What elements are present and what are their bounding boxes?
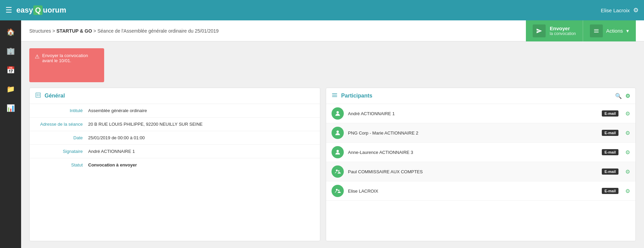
actions-arrow: ▾ — [626, 28, 629, 34]
svg-point-6 — [337, 130, 339, 133]
top-navbar: ☰ easy Q uorum Elise Lacroix ⚙ — [0, 0, 644, 20]
general-card: Général Intitulé Assemblée générale ordi… — [29, 88, 320, 241]
participants-card: Participants 🔍 ⚙ André ACTIONNAIRE 1 — [326, 88, 636, 241]
logo-rest: uorum — [43, 6, 66, 15]
participants-list-icon — [332, 92, 338, 100]
nav-left: ☰ easy Q uorum — [5, 5, 66, 15]
value-statut: Convocation à envoyer — [88, 162, 315, 167]
user-name: Elise Lacroix — [601, 7, 630, 13]
value-intitule: Assemblée générale ordinaire — [88, 108, 315, 113]
participant-avatar-4 — [332, 185, 344, 197]
svg-point-5 — [337, 111, 339, 113]
sidebar-item-chart[interactable]: 📊 — [0, 99, 21, 117]
content-area: Structures > STARTUP & GO > Séance de l'… — [21, 20, 644, 248]
participant-badge-2: E-mail — [602, 149, 618, 155]
svg-rect-2 — [39, 94, 39, 94]
participant-badge-4: E-mail — [602, 188, 618, 194]
sidebar-item-calendar[interactable]: 📅 — [0, 61, 21, 79]
participant-name-4: Elise LACROIX — [348, 189, 598, 194]
participant-row-3: Paul COMMISSAIRE AUX COMPTES E-mail ⚙ — [326, 162, 635, 181]
warning-icon: ⚠ — [35, 53, 39, 60]
participant-row-1: PNG Corp - Marie ACTIONNAIRE 2 E-mail ⚙ — [326, 123, 635, 143]
participant-name-2: Anne-Laurence ACTIONNAIRE 3 — [348, 150, 598, 155]
participant-avatar-3 — [332, 165, 344, 178]
participant-name-0: André ACTIONNAIRE 1 — [348, 111, 598, 116]
general-card-header: Général — [30, 88, 320, 104]
breadcrumb-sep1: > — [52, 28, 57, 34]
svg-rect-3 — [37, 95, 37, 96]
general-row-adresse: Adresse de la séance 20 B RUE LOUIS PHIL… — [30, 118, 320, 131]
svg-point-10 — [336, 189, 338, 191]
general-title: Général — [45, 93, 65, 99]
value-signataire: André ACTIONNAIRE 1 — [88, 149, 315, 154]
general-table: Intitulé Assemblée générale ordinaire Ad… — [30, 104, 320, 172]
participant-badge-3: E-mail — [602, 169, 618, 175]
participant-gear-1[interactable]: ⚙ — [625, 130, 630, 136]
svg-point-11 — [338, 190, 340, 191]
participants-settings-icon[interactable]: ⚙ — [625, 93, 630, 99]
page-content: ⚠ Envoyer la convocation avant le 10/01. — [21, 41, 644, 248]
nav-right: Elise Lacroix ⚙ — [601, 6, 639, 14]
general-row-signataire: Signataire André ACTIONNAIRE 1 — [30, 145, 320, 158]
actions-button[interactable]: Actions ▾ — [583, 20, 636, 41]
participant-name-1: PNG Corp - Marie ACTIONNAIRE 2 — [348, 130, 598, 136]
alert-text: Envoyer la convocation avant le 10/01. — [42, 53, 99, 63]
breadcrumb-sep2: > — [93, 28, 97, 34]
two-col-layout: Général Intitulé Assemblée générale ordi… — [29, 88, 636, 241]
participants-search-icon[interactable]: 🔍 — [615, 93, 622, 99]
envoyer-text: Envoyer la convocation — [550, 25, 576, 36]
sidebar-item-building[interactable]: 🏢 — [0, 42, 21, 60]
participants-card-header: Participants 🔍 ⚙ — [326, 88, 635, 104]
participants-header-right: 🔍 ⚙ — [615, 93, 630, 99]
general-row-intitule: Intitulé Assemblée générale ordinaire — [30, 104, 320, 118]
participant-gear-4[interactable]: ⚙ — [625, 188, 630, 194]
label-date: Date — [35, 135, 83, 140]
participant-gear-3[interactable]: ⚙ — [625, 169, 630, 175]
svg-rect-4 — [39, 95, 39, 96]
list-icon — [590, 24, 603, 37]
envoyer-button[interactable]: Envoyer la convocation — [526, 20, 583, 41]
participant-badge-0: E-mail — [602, 110, 618, 117]
hamburger-icon[interactable]: ☰ — [5, 6, 12, 15]
participant-name-3: Paul COMMISSAIRE AUX COMPTES — [348, 169, 598, 174]
svg-point-9 — [338, 170, 340, 172]
sidebar: 🏠 🏢 📅 📁 📊 — [0, 20, 21, 248]
breadcrumb-seance: Séance de l'Assemblée générale ordinaire… — [97, 28, 219, 34]
breadcrumb-structures[interactable]: Structures — [29, 28, 51, 34]
label-signataire: Signataire — [35, 149, 83, 154]
participant-row-2: Anne-Laurence ACTIONNAIRE 3 E-mail ⚙ — [326, 143, 635, 162]
participant-avatar-2 — [332, 146, 344, 158]
svg-rect-1 — [37, 94, 37, 94]
participant-badge-1: E-mail — [602, 130, 618, 136]
breadcrumb: Structures > STARTUP & GO > Séance de l'… — [29, 28, 219, 34]
general-row-date: Date 25/01/2019 de 00:00 à 01:00 — [30, 131, 320, 145]
value-adresse: 20 B RUE LOUIS PHILIPPE, 92200 NEUILLY S… — [88, 122, 315, 127]
svg-point-8 — [336, 170, 338, 171]
participant-gear-0[interactable]: ⚙ — [625, 110, 630, 117]
label-statut: Statut — [35, 162, 83, 167]
main-layout: 🏠 🏢 📅 📁 📊 Structures > STARTUP & GO > Sé… — [0, 20, 644, 248]
participant-gear-2[interactable]: ⚙ — [625, 149, 630, 156]
settings-icon[interactable]: ⚙ — [633, 6, 639, 14]
participant-row-4: Elise LACROIX E-mail ⚙ — [326, 181, 635, 201]
participants-title: Participants — [341, 93, 372, 99]
envoyer-sub: la convocation — [550, 31, 576, 36]
breadcrumb-bar: Structures > STARTUP & GO > Séance de l'… — [21, 20, 644, 41]
envoyer-label: Envoyer — [550, 25, 576, 31]
breadcrumb-actions: Envoyer la convocation Actions ▾ — [526, 20, 636, 41]
breadcrumb-startup[interactable]: STARTUP & GO — [57, 28, 92, 34]
svg-rect-0 — [36, 93, 41, 98]
participant-avatar-1 — [332, 127, 344, 139]
participants-header-left: Participants — [332, 92, 372, 100]
label-adresse: Adresse de la séance — [35, 122, 83, 127]
logo: easy Q uorum — [16, 5, 66, 15]
sidebar-item-home[interactable]: 🏠 — [0, 23, 21, 41]
logo-easy: easy — [16, 6, 33, 15]
logo-q: Q — [33, 5, 43, 15]
sidebar-item-folder[interactable]: 📁 — [0, 80, 21, 98]
label-intitule: Intitulé — [35, 108, 83, 113]
send-icon — [533, 24, 546, 37]
building-icon — [35, 92, 41, 100]
value-date: 25/01/2019 de 00:00 à 01:00 — [88, 135, 315, 140]
actions-label: Actions — [606, 28, 623, 34]
